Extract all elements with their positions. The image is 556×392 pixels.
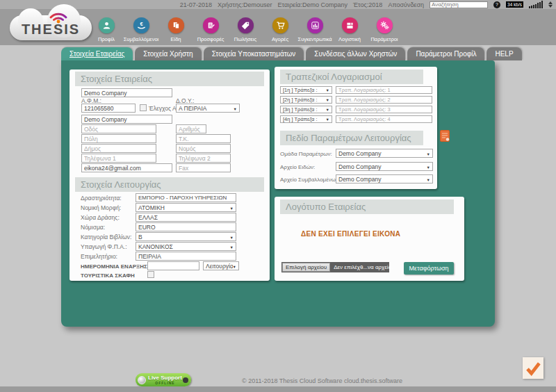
tab-profile-parameters[interactable]: Παράμετροι Προφίλ — [407, 47, 484, 60]
section-header-operation: Στοιχεία Λειτουργίας — [75, 177, 264, 192]
company-name-field[interactable] — [81, 88, 172, 97]
bank2-account-field[interactable] — [336, 96, 432, 104]
logout-link[interactable]: Αποσύνδεση — [388, 1, 424, 8]
nav-label: Προσφορές — [197, 36, 224, 42]
books-category-select[interactable]: Β — [136, 232, 236, 241]
chevron-down-icon — [427, 176, 430, 183]
phone1-field[interactable] — [81, 154, 156, 163]
chevron-down-icon — [326, 106, 329, 113]
nav-item-items[interactable]: Είδη — [158, 17, 193, 42]
legal-form-select[interactable]: ΑΤΟΜΙΚΗ — [136, 203, 236, 212]
copyright-text: © 2011-2018 Thesis Cloud Software cloud.… — [242, 377, 402, 384]
city-field[interactable] — [81, 134, 156, 143]
bar-chart-icon — [310, 20, 320, 31]
prefecture-field[interactable] — [176, 144, 231, 153]
status-orb-icon — [138, 376, 146, 384]
tab-other-users[interactable]: Συνδέσεις άλλων Χρηστών — [306, 47, 405, 60]
upload-button[interactable]: Μεταφόρτωση — [404, 262, 454, 275]
choose-file-button[interactable]: Επιλογή αρχείου — [282, 263, 330, 272]
tab-company-details[interactable]: Στοιχεία Εταιρείας — [61, 47, 133, 60]
documents-icon — [171, 20, 181, 31]
person-icon — [101, 20, 112, 31]
chevron-down-icon — [230, 204, 234, 211]
save-confirm-button[interactable] — [523, 357, 543, 379]
doy-select[interactable]: Α ΠΕΙΡΑΙΑ — [176, 104, 240, 113]
hand-euro-icon: € — [136, 20, 147, 31]
nav-label: Λογιστική — [338, 36, 361, 42]
search-input[interactable] — [430, 1, 488, 8]
legal-form-label: Νομική Μορφή: — [81, 204, 121, 211]
vat-select[interactable]: ΚΑΝΟΝΙΚΟΣ — [136, 242, 236, 251]
tourist-boats-checkbox[interactable] — [147, 271, 154, 278]
chevron-down-icon — [326, 97, 329, 103]
notepad-pencil-icon — [206, 20, 216, 31]
chevron-down-icon — [233, 263, 236, 270]
file-input: Επιλογή αρχείου Δεν επιλέχθ...να αρχείο. — [281, 262, 389, 272]
tab-branches[interactable]: Στοιχεία Υποκαταστημάτων — [204, 47, 304, 60]
bank2-select[interactable]: [2η ] Τράπεζα : — [280, 96, 332, 104]
country-field[interactable] — [136, 213, 236, 222]
trade-name-field[interactable] — [81, 115, 172, 124]
help-icon[interactable]: ? — [493, 1, 500, 8]
phone2-field[interactable] — [176, 154, 231, 163]
afm-check-checkbox[interactable] — [140, 104, 147, 111]
chevron-down-icon — [230, 243, 234, 250]
email-field[interactable] — [81, 163, 172, 172]
afm-field[interactable] — [81, 104, 136, 113]
param-group-label: Ομάδα Παραμέτρων: — [280, 151, 332, 157]
nav-label: Προφίλ — [98, 36, 115, 42]
ledger-icon — [345, 20, 355, 31]
nav-item-parameters[interactable]: Παράμετροι — [367, 17, 402, 42]
current-year: Έτος:2018 — [353, 1, 382, 8]
nav-item-accounting[interactable]: Λογιστική — [332, 17, 367, 42]
logo-card: Λογότυπο Εταιρείας ΔΕΝ ΕΧΕΙ ΕΠΙΛΕΓΕΙ ΕΙΚ… — [275, 197, 464, 281]
params-doc-icon[interactable] — [440, 130, 450, 142]
checkmark-icon — [525, 360, 541, 377]
param-group-select[interactable]: Demo Company — [336, 149, 433, 158]
nav-item-offers[interactable]: Προσφορές — [193, 17, 228, 42]
start-date-field[interactable] — [147, 261, 199, 270]
file-status-text: Δεν επιλέχθ...να αρχείο. — [331, 264, 395, 270]
scroll-spinner-icon[interactable] — [548, 1, 553, 8]
street-field[interactable] — [81, 124, 156, 133]
activity-label: Δραστηριότητα: — [81, 195, 122, 202]
connection-speed-badge: 34 kb/s — [506, 1, 523, 8]
nav-item-profile[interactable]: Προφίλ — [89, 17, 124, 42]
nav-item-purchases[interactable]: Αγορές — [263, 17, 297, 42]
chevron-down-icon — [326, 116, 329, 122]
chevron-down-icon — [234, 105, 237, 112]
items-file-select[interactable]: Demo Company — [336, 162, 433, 171]
postal-code-field[interactable] — [176, 134, 231, 143]
tourist-boats-label: ΤΟΥΡΙΣΤΙΚΑ ΣΚΑΦΗ — [81, 272, 135, 279]
municipality-field[interactable] — [81, 144, 156, 153]
nav-label: Συγκεντρωτικά — [298, 36, 332, 42]
currency-field[interactable] — [136, 222, 236, 231]
tab-user-details[interactable]: Στοιχεία Χρήστη — [135, 47, 201, 60]
nav-item-summaries[interactable]: Συγκεντρωτικά — [297, 17, 332, 42]
start-mode-select[interactable]: Λειτουργία — [203, 261, 239, 270]
bank1-select[interactable]: [1η ] Τράπεζα : — [280, 86, 332, 94]
country-label: Χώρα Δράσης: — [81, 214, 120, 221]
bank4-account-field[interactable] — [336, 115, 432, 123]
chamber-label: Επιμελητήριο: — [81, 253, 117, 260]
street-number-field[interactable] — [176, 124, 206, 133]
bank3-account-field[interactable] — [336, 106, 432, 113]
bank1-account-field[interactable] — [336, 86, 432, 94]
chevron-down-icon — [326, 87, 329, 93]
chevron-down-icon — [427, 150, 430, 157]
tab-bar: Στοιχεία Εταιρείας Στοιχεία Χρήστη Στοιχ… — [61, 45, 522, 60]
tab-help[interactable]: HELP — [486, 47, 521, 60]
vat-label: Υπαγωγή Φ.Π.Α.: — [81, 243, 127, 250]
nav-item-partners[interactable]: € Συμβαλλόμενοι — [124, 17, 158, 42]
live-support-label: Live Support — [148, 375, 182, 381]
activity-field[interactable] — [136, 193, 236, 202]
chamber-field[interactable] — [136, 252, 236, 261]
chevron-down-icon — [230, 234, 234, 240]
fax-field[interactable] — [176, 163, 231, 172]
partners-file-select[interactable]: Demo Company — [336, 174, 433, 183]
bank3-select[interactable]: [3η ] Τράπεζα : — [280, 106, 332, 113]
bank4-select[interactable]: [4η ] Τράπεζα : — [280, 115, 332, 123]
nav-item-sales[interactable]: Πωλήσεις — [228, 17, 263, 42]
items-file-label: Αρχείο Ειδών: — [280, 164, 315, 170]
live-support-badge[interactable]: Live Support OFFLINE — [136, 373, 191, 386]
